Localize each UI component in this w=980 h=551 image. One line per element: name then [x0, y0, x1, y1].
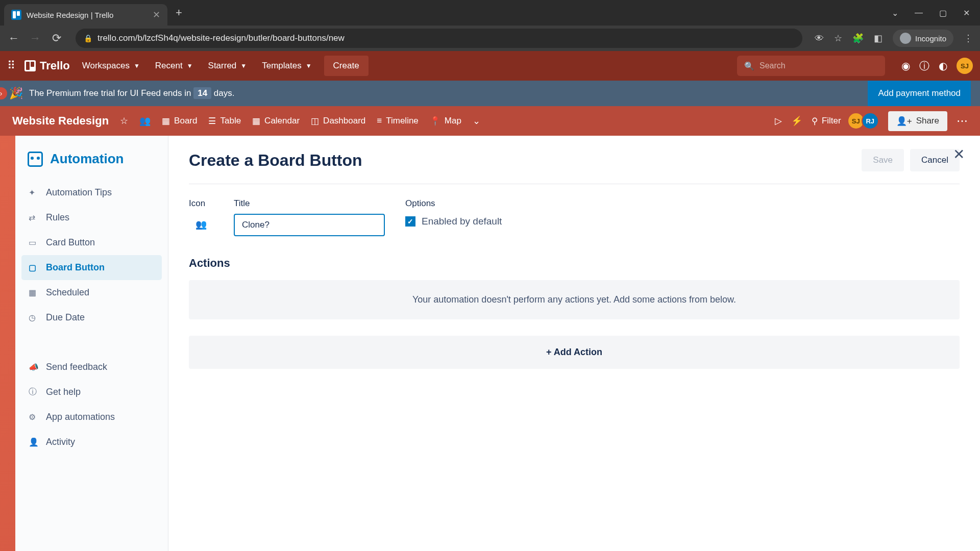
card-icon: ▭ — [29, 238, 39, 247]
people-icon: 👥 — [195, 219, 207, 230]
calendar-icon: ▦ — [252, 116, 260, 127]
dashboard-icon: ◫ — [311, 116, 319, 127]
banner-days: 14 — [193, 87, 211, 99]
rules-icon: ⇄ — [29, 213, 39, 222]
board-view-button[interactable]: ▦Board — [162, 116, 197, 127]
incognito-label: Incognito — [915, 34, 946, 43]
icon-picker[interactable]: 👥 — [189, 214, 213, 235]
workspaces-menu[interactable]: Workspaces▼ — [79, 57, 143, 75]
lock-icon: 🔒 — [84, 34, 92, 42]
save-button[interactable]: Save — [862, 149, 904, 171]
recent-menu[interactable]: Recent▼ — [152, 57, 196, 75]
enabled-checkbox[interactable]: ✓ — [405, 216, 415, 227]
board-title[interactable]: Website Redesign — [12, 114, 109, 128]
notifications-icon[interactable]: ◉ — [901, 60, 910, 72]
starred-menu[interactable]: Starred▼ — [205, 57, 250, 75]
search-input[interactable]: 🔍 Search — [737, 56, 885, 76]
browser-menu-icon[interactable]: ⋮ — [964, 33, 973, 44]
share-icon: 👤+ — [896, 116, 912, 127]
expand-sidebar-icon[interactable]: › — [0, 87, 7, 99]
theme-icon[interactable]: ◐ — [939, 60, 947, 72]
sidebar-item-scheduled[interactable]: ▦Scheduled — [21, 280, 162, 305]
options-label: Options — [405, 198, 502, 209]
reload-button[interactable]: ⟳ — [50, 32, 63, 45]
close-panel-icon[interactable]: ✕ — [953, 146, 965, 163]
panel-title: Create a Board Button — [189, 151, 362, 170]
visibility-icon[interactable]: 👥 — [139, 115, 151, 127]
minimize-icon[interactable]: — — [915, 8, 923, 18]
bolt-icon[interactable]: ⚡ — [791, 115, 802, 127]
share-button[interactable]: 👤+Share — [888, 111, 947, 131]
filter-button[interactable]: ⚲Filter — [812, 116, 841, 127]
icon-label: Icon — [189, 198, 213, 209]
browser-tab[interactable]: Website Redesign | Trello ✕ — [4, 4, 167, 26]
help-icon[interactable]: ⓘ — [919, 59, 929, 73]
title-label: Title — [234, 198, 385, 209]
sparkle-icon: ✦ — [29, 188, 39, 197]
trello-header: ⠿ Trello Workspaces▼ Recent▼ Starred▼ Te… — [0, 51, 980, 81]
sidebar-item-due-date[interactable]: ◷Due Date — [21, 305, 162, 330]
address-bar: ← → ⟳ 🔒 trello.com/b/lzcfSh4q/website-re… — [0, 26, 980, 51]
back-button[interactable]: ← — [7, 32, 20, 45]
sidebar-item-board-button[interactable]: ▢Board Button — [21, 255, 162, 280]
table-icon: ☰ — [208, 116, 216, 127]
trello-logo-icon — [24, 60, 36, 71]
board-button-icon: ▢ — [29, 263, 39, 272]
chevron-down-icon: ▼ — [306, 62, 312, 69]
close-window-icon[interactable]: ✕ — [963, 8, 970, 18]
new-tab-button[interactable]: + — [176, 6, 182, 19]
tab-dropdown-icon[interactable]: ⌄ — [892, 8, 898, 18]
calendar-icon: ▦ — [29, 288, 39, 297]
calendar-view-button[interactable]: ▦Calendar — [252, 116, 300, 127]
incognito-badge[interactable]: Incognito — [893, 30, 953, 47]
info-icon: ⓘ — [29, 387, 39, 397]
robot-icon — [28, 152, 43, 167]
banner-text: The Premium free trial for UI Feed ends … — [29, 88, 235, 98]
sidebar-item-activity[interactable]: 👤Activity — [21, 430, 162, 455]
star-icon[interactable]: ☆ — [834, 33, 842, 44]
timeline-view-button[interactable]: ≡Timeline — [377, 116, 419, 126]
maximize-icon[interactable]: ▢ — [939, 8, 947, 18]
actions-empty-state: Your automation doesn't perform any acti… — [189, 280, 960, 319]
app-switcher-icon[interactable]: ⠿ — [7, 59, 15, 72]
url-field[interactable]: 🔒 trello.com/b/lzcfSh4q/website-redesign… — [76, 29, 802, 48]
map-view-button[interactable]: 📍Map — [430, 116, 461, 127]
create-button[interactable]: Create — [324, 56, 369, 76]
board-menu-icon[interactable]: ⋯ — [957, 114, 968, 128]
cancel-button[interactable]: Cancel — [910, 149, 960, 171]
add-payment-button[interactable]: Add payment method — [868, 81, 971, 106]
sidebar-item-help[interactable]: ⓘGet help — [21, 380, 162, 405]
window-controls: ⌄ — ▢ ✕ — [892, 8, 976, 18]
chevron-down-icon: ▼ — [187, 62, 193, 69]
eye-off-icon[interactable]: 👁 — [815, 33, 824, 44]
user-avatar[interactable]: SJ — [957, 58, 973, 74]
clock-icon: ◷ — [29, 313, 39, 322]
gear-icon: ⚙ — [29, 412, 39, 422]
sidebar-item-card-button[interactable]: ▭Card Button — [21, 230, 162, 255]
sidebar-item-feedback[interactable]: 📣Send feedback — [21, 355, 162, 380]
sidebar-item-app-automations[interactable]: ⚙App automations — [21, 405, 162, 430]
sidebar-item-tips[interactable]: ✦Automation Tips — [21, 180, 162, 205]
member-avatar-rj[interactable]: RJ — [862, 112, 879, 130]
forward-button[interactable]: → — [29, 32, 42, 45]
table-view-button[interactable]: ☰Table — [208, 116, 241, 127]
incognito-icon — [900, 33, 911, 44]
automation-sidebar: Automation ✦Automation Tips ⇄Rules ▭Card… — [15, 136, 168, 551]
title-input[interactable] — [234, 214, 385, 236]
main-panel: ✕ Create a Board Button Save Cancel Icon… — [168, 136, 980, 551]
dashboard-view-button[interactable]: ◫Dashboard — [311, 116, 365, 127]
extensions-icon[interactable]: 🧩 — [852, 33, 864, 44]
sidepanel-icon[interactable]: ◧ — [874, 33, 883, 44]
star-board-icon[interactable]: ☆ — [120, 115, 128, 127]
url-text: trello.com/b/lzcfSh4q/website-redesign/b… — [97, 33, 345, 43]
sidebar-item-rules[interactable]: ⇄Rules — [21, 205, 162, 230]
board-members[interactable]: SJ RJ — [850, 112, 879, 130]
templates-menu[interactable]: Templates▼ — [259, 57, 314, 75]
add-action-button[interactable]: + Add Action — [189, 336, 960, 369]
filter-icon: ⚲ — [812, 116, 818, 127]
close-tab-icon[interactable]: ✕ — [153, 9, 160, 20]
rocket-icon[interactable]: ▷ — [775, 115, 782, 127]
more-views-icon[interactable]: ⌄ — [473, 115, 480, 127]
board-header: Website Redesign ☆ 👥 ▦Board ☰Table ▦Cale… — [0, 106, 980, 136]
trello-logo[interactable]: Trello — [24, 59, 70, 72]
